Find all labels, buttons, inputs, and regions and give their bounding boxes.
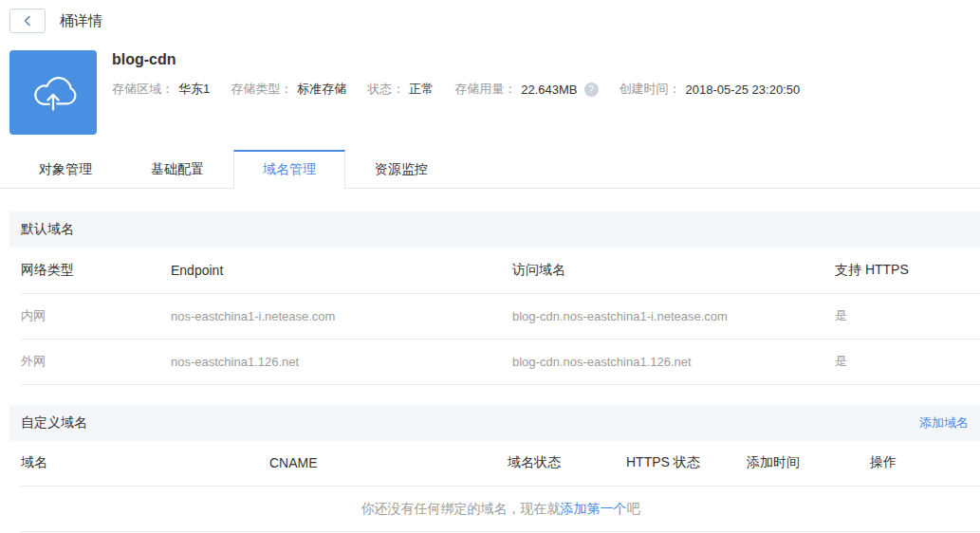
- question-circle-icon[interactable]: [584, 83, 599, 97]
- bucket-info-row: 存储区域： 华东1 存储类型： 标准存储 状态： 正常 存储用量： 22.643…: [112, 81, 821, 98]
- info-item-created: 创建时间： 2018-05-25 23:20:50: [619, 81, 801, 98]
- cloud-upload-icon: [25, 64, 82, 121]
- section-title: 自定义域名: [21, 414, 87, 432]
- back-button[interactable]: [9, 9, 46, 33]
- info-item-usage: 存储用量： 22.643MB: [454, 81, 598, 98]
- table-header-row: 域名 CNAME 域名状态 HTTPS 状态 添加时间 操作: [21, 441, 980, 487]
- cell-endpoint: nos-eastchina1.126.net: [171, 339, 512, 384]
- info-value: 华东1: [178, 81, 210, 98]
- cell-access-domain: blog-cdn.nos-eastchina1.126.net: [512, 339, 835, 384]
- bucket-name: blog-cdn: [112, 51, 821, 68]
- col-header-network-type: 网络类型: [21, 248, 171, 293]
- info-value: 22.643MB: [521, 83, 577, 97]
- empty-state-text: 你还没有任何绑定的域名，现在就: [361, 501, 561, 516]
- cell-network-type: 内网: [21, 293, 171, 339]
- col-header-cname: CNAME: [269, 441, 508, 487]
- col-header-add-time: 添加时间: [747, 441, 870, 487]
- bucket-meta: blog-cdn 存储区域： 华东1 存储类型： 标准存储 状态： 正常 存储用…: [112, 50, 821, 135]
- col-header-https-status: HTTPS 状态: [626, 441, 747, 487]
- tab-bar: 对象管理 基础配置 域名管理 资源监控: [0, 151, 980, 189]
- info-item-status: 状态： 正常: [367, 81, 434, 98]
- add-first-domain-link[interactable]: 添加第一个: [561, 501, 627, 516]
- section-default-domain: 默认域名: [9, 211, 980, 248]
- cell-https-support: 是: [835, 339, 980, 384]
- bucket-header: blog-cdn 存储区域： 华东1 存储类型： 标准存储 状态： 正常 存储用…: [9, 50, 980, 135]
- info-item-storage-type: 存储类型： 标准存储: [231, 81, 346, 98]
- info-item-region: 存储区域： 华东1: [112, 81, 210, 98]
- info-label: 状态：: [367, 81, 404, 98]
- info-label: 存储用量：: [454, 81, 516, 98]
- table-header-row: 网络类型 Endpoint 访问域名 支持 HTTPS: [21, 248, 980, 293]
- tab-resource-monitor[interactable]: 资源监控: [345, 150, 457, 188]
- col-header-domain: 域名: [21, 441, 269, 487]
- custom-domain-table: 域名 CNAME 域名状态 HTTPS 状态 添加时间 操作 你还没有任何绑定的…: [21, 441, 980, 533]
- info-label: 存储类型：: [231, 81, 292, 98]
- section-custom-domain: 自定义域名 添加域名: [9, 405, 980, 441]
- col-header-domain-status: 域名状态: [508, 441, 626, 487]
- empty-state-text: 吧: [627, 501, 640, 516]
- top-bar: 桶详情: [0, 0, 980, 33]
- info-label: 存储区域：: [112, 81, 174, 98]
- table-row: 外网 nos-eastchina1.126.net blog-cdn.nos-e…: [21, 339, 980, 384]
- col-header-access-domain: 访问域名: [512, 248, 835, 293]
- cell-endpoint: nos-eastchina1-i.netease.com: [171, 293, 512, 339]
- info-value: 标准存储: [297, 81, 346, 98]
- empty-state-message: 你还没有任何绑定的域名，现在就添加第一个吧: [21, 487, 980, 532]
- empty-state-row: 你还没有任何绑定的域名，现在就添加第一个吧: [21, 487, 980, 532]
- bucket-avatar: [9, 50, 97, 135]
- col-header-actions: 操作: [870, 441, 980, 487]
- tab-content: 默认域名 网络类型 Endpoint 访问域名 支持 HTTPS 内网 nos-…: [9, 211, 980, 532]
- col-header-https-support: 支持 HTTPS: [835, 248, 980, 293]
- tab-basic-config[interactable]: 基础配置: [121, 150, 233, 188]
- col-header-endpoint: Endpoint: [171, 248, 512, 293]
- cell-access-domain: blog-cdn.nos-eastchina1-i.netease.com: [512, 293, 835, 339]
- tab-object-management[interactable]: 对象管理: [9, 150, 121, 188]
- tab-domain-management[interactable]: 域名管理: [233, 150, 345, 189]
- cell-https-support: 是: [835, 293, 980, 339]
- info-value: 正常: [409, 81, 434, 98]
- section-title: 默认域名: [21, 221, 74, 238]
- page-title: 桶详情: [60, 12, 102, 30]
- cell-network-type: 外网: [21, 339, 171, 384]
- info-value: 2018-05-25 23:20:50: [686, 83, 801, 97]
- add-domain-link[interactable]: 添加域名: [919, 414, 969, 432]
- default-domain-table: 网络类型 Endpoint 访问域名 支持 HTTPS 内网 nos-eastc…: [21, 248, 980, 385]
- info-label: 创建时间：: [619, 81, 681, 98]
- chevron-left-icon: [23, 15, 32, 27]
- table-row: 内网 nos-eastchina1-i.netease.com blog-cdn…: [21, 293, 980, 339]
